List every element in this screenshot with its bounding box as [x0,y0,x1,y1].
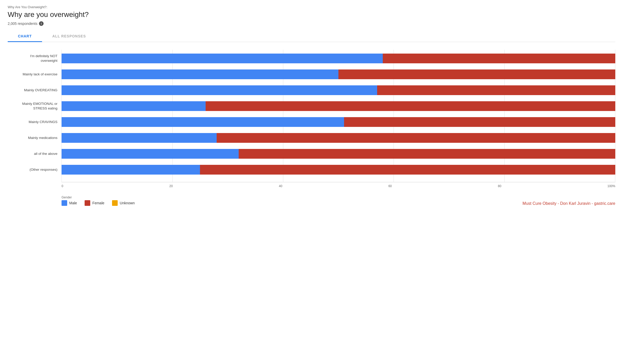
chart-row: Mainly EMOTIONAL or STRESS eating [8,100,615,112]
bar-male [62,117,344,127]
x-axis-label: 0 [62,184,63,188]
info-icon[interactable]: i [39,21,44,26]
bar-label: Mainly OVEREATING [8,88,62,93]
bar-male [62,149,239,159]
x-axis-labels: 020406080100% [62,184,615,188]
tab-chart[interactable]: CHART [8,31,42,42]
bar-female [377,85,615,95]
bar-female [383,54,615,63]
bar-male [62,69,338,79]
x-axis-label: 100% [607,184,615,188]
legend-items: MaleFemaleUnknown [62,200,135,206]
chart-row: Mainly lack of exercise [8,68,615,80]
tab-bar: CHART ALL RESPONSES [8,31,615,42]
bar-stacked [62,165,615,175]
bar-stacked [62,69,615,79]
bars-container: I'm definitely NOT overweightMainly lack… [8,50,615,182]
bar-male [62,101,206,111]
legend-label: Unknown [120,201,135,205]
legend-group-label: Gender [62,196,135,199]
bar-female [338,69,615,79]
bar-label: Mainly lack of exercise [8,72,62,77]
bar-stacked [62,54,615,63]
x-axis: 020406080100% [62,182,615,188]
bar-male [62,133,217,143]
x-axis-label: 60 [388,184,392,188]
legend-wrapper: Gender MaleFemaleUnknown [62,196,135,206]
bar-label: (Other responses) [8,167,62,172]
bar-stacked [62,149,615,159]
bar-male [62,85,377,95]
bar-stacked [62,133,615,143]
branding-text: Must Cure Obesity - Don Karl Juravin - g… [522,201,615,206]
page-title: Why are you overweight? [8,11,615,19]
legend-label: Female [92,201,104,205]
x-axis-label: 20 [169,184,173,188]
bar-female [217,133,615,143]
footer: Gender MaleFemaleUnknown Must Cure Obesi… [8,190,615,206]
legend-item: Unknown [112,200,135,206]
chart-row: Mainly CRAVINGS [8,116,615,128]
x-axis-label: 80 [498,184,501,188]
breadcrumb: Why Are You Overweight?: [8,5,615,9]
bar-female [206,101,615,111]
respondents-count: 2,005 respondents [8,22,37,26]
bar-label: Mainly EMOTIONAL or STRESS eating [8,102,62,110]
legend-item: Male [62,200,77,206]
chart-row: I'm definitely NOT overweight [8,52,615,65]
bar-female [200,165,615,175]
legend-label: Male [69,201,77,205]
x-axis-label: 40 [279,184,282,188]
legend-swatch [85,200,90,206]
chart-area: I'm definitely NOT overweightMainly lack… [8,50,615,182]
bar-female [239,149,615,159]
legend-swatch [112,200,118,206]
legend-item: Female [85,200,104,206]
tab-all-responses[interactable]: ALL RESPONSES [42,31,96,42]
bar-label: all of the above [8,151,62,156]
bar-male [62,165,200,175]
bar-female [344,117,615,127]
bar-label: Mainly CRAVINGS [8,120,62,124]
legend-swatch [62,200,67,206]
bar-male [62,54,383,63]
bar-stacked [62,117,615,127]
bar-stacked [62,85,615,95]
bar-label: Mainly medications [8,136,62,140]
chart-row: Mainly medications [8,132,615,144]
bar-stacked [62,101,615,111]
bar-label: I'm definitely NOT overweight [8,54,62,63]
chart-row: all of the above [8,148,615,160]
chart-row: Mainly OVEREATING [8,84,615,96]
chart-row: (Other responses) [8,164,615,176]
